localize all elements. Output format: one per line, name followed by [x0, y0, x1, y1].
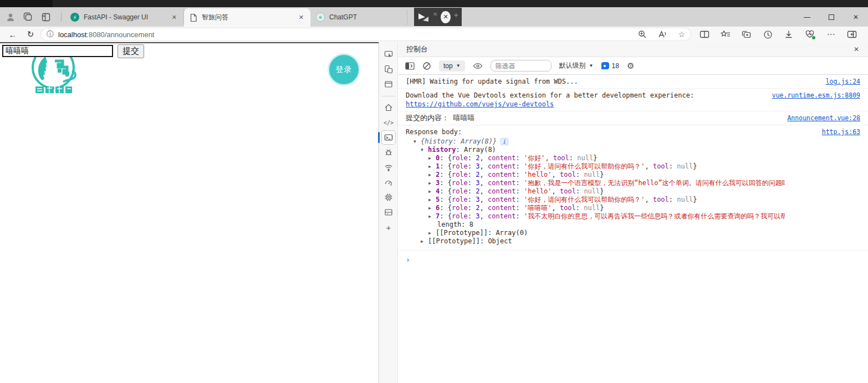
tab-close-icon[interactable]: ✕: [297, 13, 306, 22]
tab-stacks-icon[interactable]: [23, 12, 33, 22]
array-item-row[interactable]: ▶6: {role: 2, content: '嘻嘻嘻', tool: null…: [406, 204, 785, 212]
console-message: [HMR] Waiting for update signal from WDS…: [399, 75, 868, 89]
console-toolbar: top ▼ 默认级别 ▼ 18 ⚙: [399, 57, 868, 75]
site-info-icon[interactable]: ⓘ: [47, 29, 54, 39]
restore-button[interactable]: [819, 7, 844, 27]
sources-debug-icon[interactable]: [382, 146, 395, 159]
console-messages: [HMR] Waiting for update signal from WDS…: [399, 75, 868, 269]
performance-panel-icon[interactable]: [382, 176, 395, 189]
array-item-row[interactable]: ▶0: {role: 2, content: '你好', tool: null}: [406, 154, 785, 162]
favorite-star-icon[interactable]: ☆: [678, 30, 685, 39]
favorites-list-icon[interactable]: [715, 28, 736, 41]
twisty-open-icon: ▼: [413, 137, 421, 146]
dock-layout-icon[interactable]: [382, 78, 395, 91]
capture-close-icon[interactable]: ✕: [441, 11, 450, 23]
toolbar-icons: ⋯: [694, 28, 862, 41]
history-icon[interactable]: [757, 28, 778, 41]
tab-zhilv-active[interactable]: 智旅问答 ✕: [184, 8, 310, 27]
read-aloud-icon[interactable]: [658, 30, 667, 39]
object-preview-row[interactable]: ▼{history: Array(8)}i: [406, 137, 785, 146]
submit-button[interactable]: 提交: [118, 44, 144, 58]
capture-marker-icon[interactable]: [417, 12, 430, 22]
source-link[interactable]: log.js:24: [826, 77, 860, 86]
downloads-icon[interactable]: [778, 28, 799, 41]
twisty-closed-icon: ▶: [421, 237, 428, 246]
prototype-row[interactable]: ▶[[Prototype]]: Object: [406, 237, 785, 246]
browser-essentials-icon[interactable]: [799, 28, 820, 41]
close-window-button[interactable]: ✕: [844, 7, 868, 27]
window-controls: — ✕: [795, 7, 868, 27]
browser-window: ⚡ FastAPI - Swagger UI ✕ 智旅问答 ✕ ✳ ChatGP…: [0, 0, 868, 383]
issues-counter[interactable]: 18: [601, 62, 619, 70]
more-tools-icon[interactable]: +: [382, 221, 395, 234]
more-menu-icon[interactable]: ⋯: [820, 28, 841, 41]
array-item-row[interactable]: ▶7: {role: 3, content: '我不太明白你的意思，可以再告诉我…: [406, 212, 785, 221]
prototype-row[interactable]: ▶[[Prototype]]: Array(0): [406, 229, 785, 237]
array-item-row[interactable]: ▶4: {role: 2, content: 'hello', tool: nu…: [406, 187, 785, 196]
source-link[interactable]: http.js:63: [822, 127, 860, 136]
console-filter-input[interactable]: [491, 60, 552, 72]
array-item-row[interactable]: ▶1: {role: 3, content: '你好，请问有什么我可以帮助你的吗…: [406, 162, 785, 171]
token: :: [488, 229, 496, 237]
array-item-row[interactable]: ▶2: {role: 2, content: 'hello', tool: nu…: [406, 171, 785, 179]
refresh-button[interactable]: ↻: [23, 28, 38, 40]
property-key: [[Prototype]]: [436, 229, 488, 237]
welcome-home-icon[interactable]: [382, 101, 395, 114]
login-button[interactable]: 登录: [329, 55, 359, 84]
tab-chatgpt[interactable]: ✳ ChatGPT: [310, 9, 407, 25]
token: :: [456, 146, 464, 154]
console-message: Download the Vue Devtools extension for …: [399, 89, 868, 111]
tab-fastapi[interactable]: ⚡ FastAPI - Swagger UI ✕: [65, 9, 184, 25]
source-link[interactable]: Announcement.vue:28: [787, 114, 860, 122]
workspaces-icon[interactable]: [41, 12, 51, 22]
context-value: top: [443, 62, 453, 70]
url-path: :8080/announcement: [86, 30, 154, 39]
page-viewport: 提交 登录: [0, 42, 379, 383]
property-key: length: [437, 221, 461, 228]
document-tab-icon: [190, 13, 197, 22]
context-selector[interactable]: top ▼: [439, 60, 465, 72]
memory-panel-icon[interactable]: [382, 191, 395, 204]
message-link[interactable]: https://github.com/vuejs/vue-devtools: [406, 100, 554, 108]
url-text[interactable]: localhost:8080/announcement: [58, 30, 154, 39]
devtools-close-icon[interactable]: ✕: [850, 44, 862, 54]
devtools-panel: </> + 控制台 ✕: [380, 42, 868, 383]
activity-bar-divider: [382, 96, 395, 96]
zoom-icon[interactable]: [638, 30, 647, 39]
console-panel-icon[interactable]: [382, 131, 395, 144]
application-panel-icon[interactable]: [382, 206, 395, 219]
new-tab-behind-overlay-icon: +: [454, 11, 458, 19]
inspect-element-icon[interactable]: [382, 48, 395, 61]
value-info-icon[interactable]: i: [501, 138, 508, 145]
announcement-input[interactable]: [2, 45, 113, 57]
profile-icon[interactable]: [6, 12, 16, 22]
console-sidebar-toggle-icon[interactable]: [405, 62, 415, 70]
tab-close-behind-overlay-icon: ✕: [433, 11, 437, 17]
console-prompt[interactable]: ›: [399, 251, 868, 269]
console-settings-gear-icon[interactable]: ⚙: [627, 61, 634, 71]
chevron-down-icon: ▼: [456, 63, 461, 68]
collections-icon[interactable]: [736, 28, 757, 41]
log-levels-dropdown[interactable]: 默认级别 ▼: [559, 61, 594, 70]
sidebar-toggle-icon[interactable]: [841, 28, 862, 41]
clear-console-icon[interactable]: [422, 62, 431, 70]
split-screen-icon[interactable]: [694, 28, 715, 41]
object-preview: {history: Array(8)}: [421, 137, 497, 145]
source-link[interactable]: vue.runtime.esm.js:8809: [772, 91, 860, 100]
url-bar[interactable]: ⓘ localhost:8080/announcement ☆: [41, 28, 691, 40]
array-item-row[interactable]: ▶5: {role: 3, content: '你好，请问有什么我可以帮助你的吗…: [406, 196, 785, 204]
console-header: 控制台 ✕: [399, 42, 868, 57]
history-array-row[interactable]: ▼history: Array(8): [406, 146, 785, 154]
devtools-activity-bar: </> +: [380, 42, 398, 383]
array-item-row[interactable]: ▶3: {role: 3, content: '抱歉，我是一个语言模型，无法识别…: [406, 179, 785, 187]
screen-capture-overlay: ✕ ✕ +: [414, 8, 462, 26]
minimize-button[interactable]: —: [795, 7, 819, 27]
property-key: history: [428, 146, 456, 154]
tab-close-icon[interactable]: ✕: [170, 13, 179, 22]
chatgpt-tab-icon: ✳: [316, 13, 325, 22]
back-button[interactable]: ←: [6, 28, 20, 40]
device-emulation-icon[interactable]: [382, 63, 395, 76]
elements-panel-icon[interactable]: </>: [382, 116, 395, 129]
network-panel-icon[interactable]: [382, 161, 395, 174]
live-expression-eye-icon[interactable]: [473, 63, 483, 69]
